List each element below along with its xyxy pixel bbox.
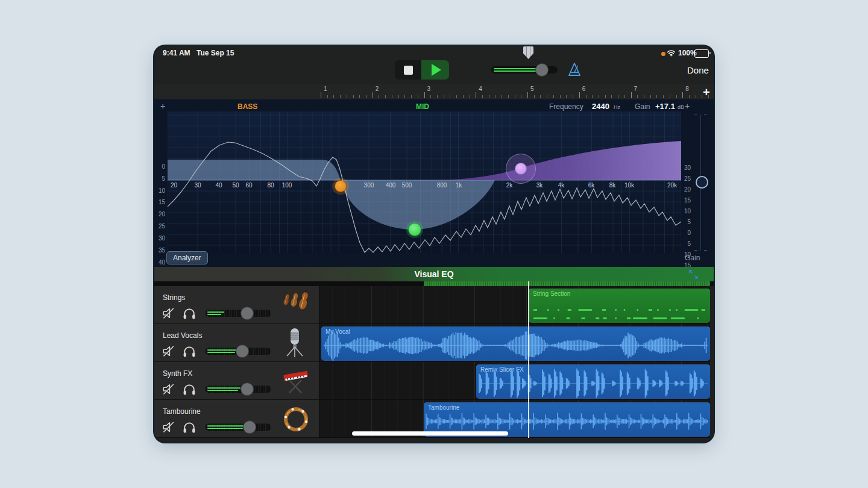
- track-level-line: [207, 314, 221, 315]
- treble-eq-handle[interactable]: [515, 163, 527, 175]
- add-band-right-button[interactable]: +: [685, 101, 690, 111]
- track-name: Tambourine: [163, 407, 201, 416]
- track-row-separator: [154, 437, 710, 438]
- headphones-solo-icon[interactable]: [182, 307, 197, 322]
- ruler-bar-number[interactable]: 2: [376, 86, 379, 92]
- track-level-line: [207, 311, 224, 313]
- eq-left-axis-label: 25: [156, 223, 165, 230]
- track-level-line: [207, 425, 246, 427]
- eq-frequency-tick-label: 20k: [667, 182, 677, 189]
- tambourine-instrument-icon: [281, 403, 311, 437]
- track-header[interactable]: Strings: [154, 286, 319, 324]
- track-volume-slider[interactable]: [205, 386, 271, 393]
- eq-left-axis-label: 20: [156, 211, 165, 217]
- track-header[interactable]: Tambourine: [154, 400, 319, 438]
- eq-frequency-tick-label: 1k: [456, 182, 462, 189]
- gain-unit: dB: [678, 104, 684, 110]
- add-track-button[interactable]: +: [703, 86, 710, 99]
- ruler-bar-number[interactable]: 7: [634, 86, 638, 92]
- track-header-column: Strings Lead Vocals Synth FX Tambourine: [154, 286, 320, 438]
- eq-frequency-tick-label: 800: [437, 182, 447, 189]
- ruler-bar-number[interactable]: 4: [479, 86, 482, 92]
- gain-label: Gain: [635, 102, 650, 111]
- track-volume-knob[interactable]: [241, 383, 254, 396]
- synth-instrument-icon: [281, 365, 311, 398]
- visual-eq-panel: + BASS MID Frequency 2440 Hz Gain +17.1 …: [154, 99, 714, 267]
- plugin-title: Visual EQ: [154, 269, 714, 279]
- bass-band-label[interactable]: BASS: [237, 102, 257, 111]
- track-level-line: [207, 428, 243, 429]
- eq-right-axis-label: 5: [681, 240, 691, 247]
- wifi-icon: [667, 49, 676, 57]
- resize-icon[interactable]: [688, 269, 699, 280]
- done-button[interactable]: Done: [687, 65, 709, 75]
- gain-axis-label: Gain: [685, 254, 700, 262]
- status-date: Tue Sep 15: [197, 49, 234, 57]
- master-volume-slider[interactable]: [491, 66, 558, 74]
- eq-frequency-tick-label: 60: [245, 182, 252, 189]
- ruler-bar-number[interactable]: 1: [324, 86, 327, 92]
- ruler-bar-number[interactable]: 8: [685, 86, 689, 92]
- mute-icon[interactable]: [162, 421, 177, 436]
- eq-plot[interactable]: 2030405060801003004005008001k2k3k4k6k8k1…: [168, 111, 681, 253]
- volume-knob[interactable]: [535, 63, 549, 77]
- stop-button[interactable]: [395, 60, 421, 80]
- desktop-background: 9:41 AM Tue Sep 15 100% Done 12345678 + …: [0, 0, 868, 488]
- track-volume-slider[interactable]: [205, 424, 271, 431]
- eq-frequency-tick-label: 100: [282, 182, 292, 189]
- track-volume-slider[interactable]: [205, 348, 271, 355]
- track-name: Synth FX: [163, 369, 192, 378]
- plugin-title-bar[interactable]: Visual EQ: [154, 267, 714, 281]
- metronome-icon[interactable]: [567, 61, 582, 77]
- mid-eq-handle[interactable]: [408, 223, 421, 236]
- eq-left-axis-label: 40: [156, 259, 165, 266]
- mid-band-label[interactable]: MID: [416, 102, 429, 111]
- eq-left-axis-label: 0: [156, 163, 165, 170]
- track-row-separator: [154, 361, 710, 362]
- eq-left-axis-label: 35: [156, 247, 165, 254]
- mute-icon[interactable]: [162, 345, 177, 360]
- strings-instrument-icon: [281, 289, 309, 322]
- bass-eq-handle[interactable]: [335, 180, 347, 192]
- track-header[interactable]: Lead Vocals: [154, 324, 319, 362]
- status-clock: 9:41 AM: [163, 49, 190, 57]
- track-name: Lead Vocals: [163, 331, 202, 340]
- eq-frequency-tick-label: 6k: [588, 182, 595, 189]
- track-volume-knob[interactable]: [236, 345, 249, 358]
- headphones-solo-icon[interactable]: [182, 383, 197, 398]
- frequency-value: 2440: [592, 102, 609, 111]
- add-band-left-button[interactable]: +: [160, 101, 165, 111]
- track-header[interactable]: Synth FX: [154, 362, 319, 400]
- audio-region[interactable]: Remix Slicer FX: [476, 364, 710, 399]
- analyzer-button[interactable]: Analyzer: [166, 251, 208, 264]
- track-level-line: [207, 390, 238, 391]
- ruler-bar-number[interactable]: 5: [530, 86, 534, 92]
- eq-frequency-tick-label: 40: [215, 182, 222, 189]
- track-row-separator: [154, 324, 710, 324]
- track-volume-slider[interactable]: [205, 310, 271, 317]
- audio-region[interactable]: My Vocal: [321, 327, 710, 361]
- mic-instrument-icon: [281, 327, 309, 361]
- play-button[interactable]: [421, 60, 449, 80]
- track-level-line: [207, 387, 241, 389]
- eq-frequency-tick-label: 500: [402, 182, 412, 189]
- frequency-label: Frequency: [549, 102, 583, 111]
- eq-frequency-tick-label: 8k: [609, 182, 616, 189]
- headphones-solo-icon[interactable]: [182, 345, 197, 360]
- track-level-line: [207, 349, 238, 351]
- mute-icon[interactable]: [162, 383, 177, 398]
- headphones-solo-icon[interactable]: [182, 421, 197, 436]
- timeline-ruler[interactable]: 12345678: [154, 84, 714, 100]
- orange-privacy-dot-icon: [661, 52, 665, 56]
- track-volume-knob[interactable]: [241, 307, 254, 320]
- track-volume-knob[interactable]: [243, 421, 256, 434]
- ruler-bar-number[interactable]: 6: [582, 86, 586, 92]
- eq-left-axis-label: 5: [156, 175, 165, 182]
- horizontal-scrollbar[interactable]: [352, 431, 508, 436]
- eq-frequency-tick-label: 10k: [624, 182, 634, 189]
- audio-region[interactable]: String Section: [529, 289, 710, 323]
- frequency-unit: Hz: [614, 104, 620, 110]
- gain-slider-knob[interactable]: [696, 176, 708, 189]
- mute-icon[interactable]: [162, 307, 177, 322]
- ruler-bar-number[interactable]: 3: [427, 86, 431, 92]
